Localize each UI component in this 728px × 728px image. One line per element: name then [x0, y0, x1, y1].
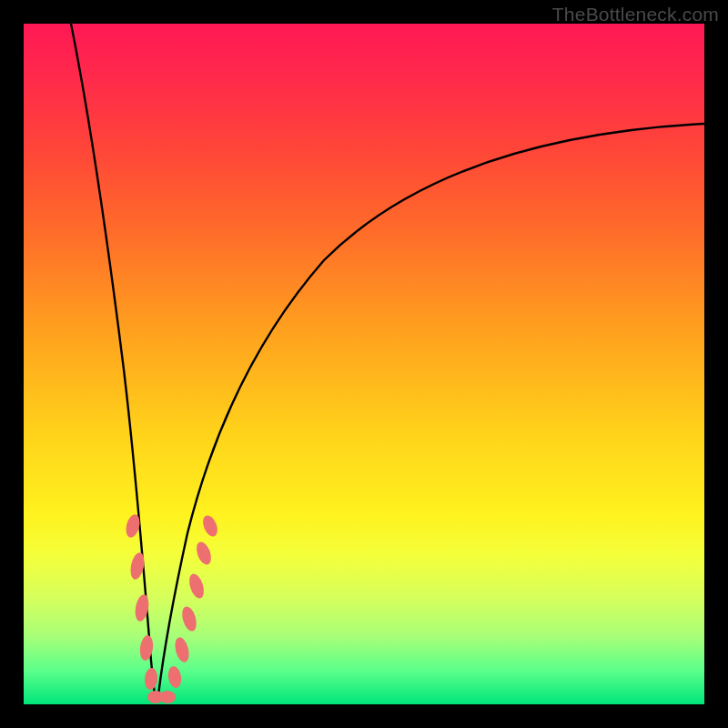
curve-layer — [24, 24, 704, 704]
svg-point-8 — [173, 636, 191, 664]
plot-frame — [24, 24, 704, 704]
svg-point-4 — [144, 667, 158, 690]
svg-point-6 — [159, 691, 176, 703]
svg-point-9 — [179, 605, 198, 633]
watermark-text: TheBottleneck.com — [552, 4, 719, 25]
svg-point-10 — [187, 572, 207, 601]
right-curve — [157, 124, 704, 703]
svg-point-3 — [138, 634, 155, 662]
svg-point-7 — [167, 665, 183, 689]
svg-point-12 — [200, 513, 220, 538]
svg-point-11 — [194, 540, 214, 566]
